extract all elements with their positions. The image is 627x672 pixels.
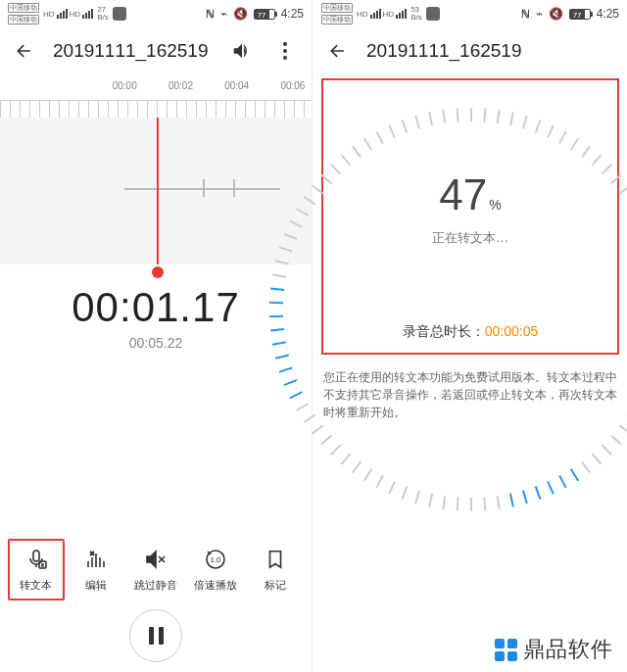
back-button[interactable]	[14, 40, 35, 62]
watermark-logo-icon	[495, 639, 517, 661]
svg-rect-0	[33, 551, 39, 561]
wechat-icon	[113, 7, 126, 21]
battery-icon: 77	[254, 9, 275, 20]
timeline-labels: 00:00 00:02 00:04 00:06	[0, 80, 312, 100]
bottom-toolbar: 转文本 编辑 跳过静音 1.0 倍速播放 标记	[0, 535, 312, 603]
tool-label: 转文本	[20, 578, 52, 593]
carrier-label: 中国移动	[8, 3, 39, 13]
nfc-icon: ℕ	[206, 8, 215, 21]
tool-label: 编辑	[85, 578, 107, 593]
transcribe-icon	[24, 547, 49, 572]
app-header: 20191111_162519	[314, 27, 627, 74]
clock: 4:25	[281, 7, 304, 21]
svg-text:1.0: 1.0	[211, 555, 222, 564]
progress-panel: 47% 正在转文本… 录音总时长：00:00:05	[321, 78, 619, 355]
carrier-label: 中国移动	[8, 15, 39, 24]
bookmark-button[interactable]: 标记	[247, 547, 304, 593]
progress-dial: 47% 正在转文本…	[362, 94, 578, 310]
play-pause-button[interactable]	[129, 609, 182, 662]
ruler[interactable]	[0, 100, 312, 118]
mute-icon: 🔇	[233, 7, 248, 21]
playhead[interactable]	[157, 118, 159, 264]
pause-icon	[149, 627, 164, 645]
progress-label: 正在转文本…	[362, 229, 578, 247]
tool-label: 标记	[265, 578, 286, 593]
status-bar: 中国移动中国移动 HD HD 53B/s ℕ ⌁ 🔇 77 4:25	[314, 0, 627, 27]
screenshot-right: 中国移动中国移动 HD HD 53B/s ℕ ⌁ 🔇 77 4:25 20191…	[314, 0, 627, 672]
total-duration: 00:05.22	[0, 335, 312, 351]
status-bar: 中国移动中国移动 HD HD 27B/s ℕ ⌁ 🔇 77 4:25	[0, 0, 312, 27]
more-menu-icon[interactable]	[272, 38, 298, 64]
disclaimer-text: 您正在使用的转文本功能为免费试用版本。转文本过程中不支持其它录音操作，若返回或停…	[314, 362, 627, 427]
back-button[interactable]	[327, 40, 349, 62]
tool-label: 跳过静音	[134, 578, 177, 593]
skip-silence-button[interactable]: 跳过静音	[127, 547, 184, 593]
bluetooth-icon: ⌁	[220, 7, 227, 21]
screenshot-left: 中国移动中国移动 HD HD 27B/s ℕ ⌁ 🔇 77 4:25 20191…	[0, 0, 313, 672]
battery-icon: 77	[569, 9, 591, 20]
edit-icon	[83, 547, 109, 572]
tool-label: 倍速播放	[194, 578, 237, 593]
watermark: 鼎品软件	[495, 635, 613, 664]
speed-icon: 1.0	[203, 547, 228, 572]
total-duration-line: 录音总时长：00:00:05	[323, 323, 617, 341]
progress-percent: 47%	[362, 170, 578, 219]
edit-button[interactable]: 编辑	[68, 547, 124, 593]
clock: 4:25	[597, 7, 619, 21]
page-title: 20191111_162519	[366, 40, 613, 62]
transcribe-button[interactable]: 转文本	[8, 539, 65, 600]
waveform[interactable]	[0, 118, 312, 264]
nfc-icon: ℕ	[521, 8, 530, 21]
current-time: 00:01.17	[0, 284, 312, 331]
speaker-icon[interactable]	[229, 38, 255, 64]
bluetooth-icon: ⌁	[536, 7, 543, 21]
skip-silence-icon	[143, 547, 169, 572]
wechat-icon	[426, 7, 440, 21]
bookmark-icon	[263, 547, 288, 572]
watermark-text: 鼎品软件	[523, 635, 613, 664]
mute-icon: 🔇	[549, 7, 563, 21]
app-header: 20191111_162519	[0, 27, 312, 74]
page-title: 20191111_162519	[53, 40, 212, 62]
speed-button[interactable]: 1.0 倍速播放	[187, 547, 244, 593]
